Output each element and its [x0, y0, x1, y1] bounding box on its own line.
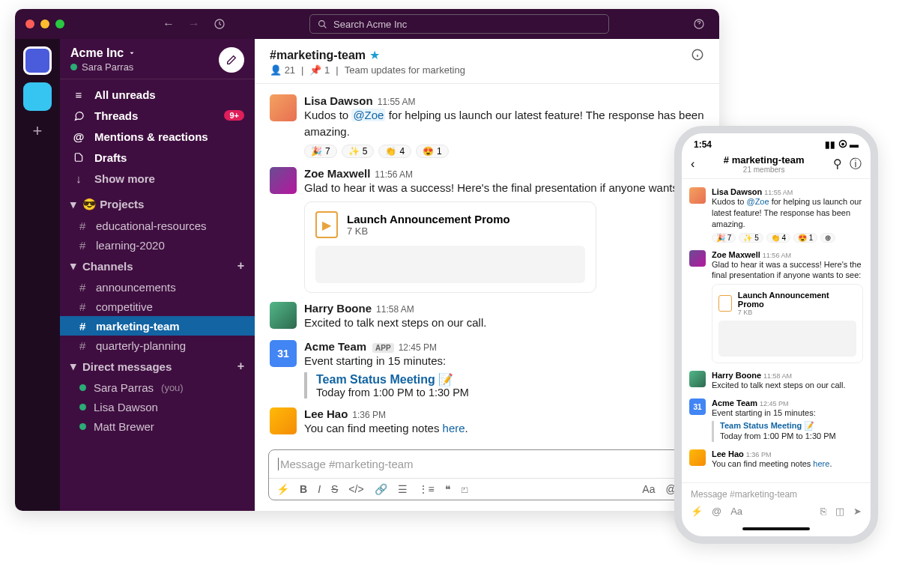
link[interactable]: here: [443, 422, 465, 434]
avatar[interactable]: [689, 250, 706, 267]
shortcuts-icon[interactable]: ⚡: [691, 506, 703, 517]
mobile-channel-title[interactable]: # marketing-team: [724, 154, 805, 166]
message[interactable]: Lisa Dawson11:55 AM Kudos to @Zoe for he…: [270, 90, 716, 163]
channel-meta[interactable]: 👤 21 | 📌 1 | Team updates for marketing: [270, 64, 465, 76]
dm-lisa-dawson[interactable]: Lisa Dawson: [60, 397, 255, 416]
nav-forward-button[interactable]: →: [184, 14, 204, 34]
channel-quarterly-planning[interactable]: #quarterly-planning: [60, 336, 255, 355]
message[interactable]: Harry Boone 11:58 AM Excited to talk nex…: [689, 367, 863, 395]
calendar-icon[interactable]: 31: [270, 340, 297, 367]
reaction[interactable]: 👏4: [378, 145, 411, 158]
back-button[interactable]: ‹: [691, 157, 694, 171]
message-composer[interactable]: Message #marketing-team ⚡ B I S </> 🔗 ☰ …: [268, 449, 706, 500]
format-button[interactable]: Aa: [730, 506, 742, 517]
avatar[interactable]: [689, 371, 706, 387]
workspace-name[interactable]: Acme Inc: [70, 46, 136, 60]
ordered-list-button[interactable]: ☰: [398, 483, 408, 495]
channel-details-button[interactable]: [691, 48, 704, 61]
nav-drafts[interactable]: Drafts: [60, 147, 255, 168]
nav-threads[interactable]: Threads9+: [60, 105, 255, 126]
add-reaction-button[interactable]: ⊕: [820, 233, 835, 243]
reaction[interactable]: 🎉 7: [712, 233, 736, 243]
avatar[interactable]: [689, 449, 706, 466]
message[interactable]: 31 Acme Team 12:45 PM Event starting in …: [689, 395, 863, 446]
reaction[interactable]: ✨5: [342, 145, 375, 158]
reaction[interactable]: 🎉7: [304, 145, 337, 158]
message[interactable]: Lee Hao 1:36 PM You can find meeting not…: [689, 446, 863, 473]
channel-educational-resources[interactable]: #educational-resources: [60, 216, 255, 235]
maximize-window-button[interactable]: [55, 19, 64, 28]
attach-button[interactable]: ⎘: [820, 506, 826, 517]
mention[interactable]: @Zoe: [351, 109, 385, 121]
message[interactable]: Lee Hao1:36 PM You can find meeting note…: [270, 403, 716, 441]
reaction[interactable]: ✨ 5: [739, 233, 763, 243]
close-window-button[interactable]: [25, 19, 34, 28]
channel-competitive[interactable]: #competitive: [60, 297, 255, 316]
message[interactable]: Zoe Maxwell 11:56 AM Glad to hear it was…: [689, 246, 863, 368]
channel-title[interactable]: #marketing-team: [270, 49, 366, 61]
avatar[interactable]: [270, 167, 297, 194]
file-attachment[interactable]: Launch Announcement Promo7 KB: [712, 284, 863, 363]
file-attachment[interactable]: ▶ Launch Announcement Promo7 KB: [304, 201, 596, 293]
avatar[interactable]: [270, 302, 297, 329]
section-projects[interactable]: ▾ 😎 Projects: [60, 193, 255, 216]
add-channel-button[interactable]: +: [237, 259, 244, 273]
workspace-switcher-active[interactable]: [23, 46, 52, 75]
mobile-composer-input[interactable]: Message #marketing-team: [691, 489, 862, 500]
workspace-switcher-item[interactable]: [23, 82, 52, 111]
avatar[interactable]: [270, 94, 297, 121]
reaction[interactable]: 😍1: [416, 145, 449, 158]
event-attachment[interactable]: Team Status Meeting 📝 Today from 1:00 PM…: [304, 372, 716, 398]
message[interactable]: Lisa Dawson 11:55 AM Kudos to @Zoe for h…: [689, 184, 863, 246]
mobile-composer[interactable]: Message #marketing-team ⚡ @ Aa ⎘ ◫ ➤: [682, 482, 871, 523]
strike-button[interactable]: S: [331, 483, 338, 495]
user-presence[interactable]: Sara Parras: [70, 61, 136, 73]
send-button[interactable]: ➤: [853, 506, 862, 517]
mention-button[interactable]: @: [712, 506, 721, 517]
dm-sara-parras[interactable]: Sara Parras (you): [60, 378, 255, 397]
message[interactable]: Harry Boone11:58 AM Excited to talk next…: [270, 297, 716, 336]
nav-back-button[interactable]: ←: [159, 14, 178, 34]
search-input[interactable]: Search Acme Inc: [309, 14, 609, 34]
search-icon[interactable]: ⚲: [833, 157, 842, 172]
composer-input[interactable]: Message #marketing-team: [269, 450, 705, 478]
bullet-list-button[interactable]: ⋮≡: [418, 483, 435, 495]
nav-all-unreads[interactable]: ≡All unreads: [60, 84, 255, 105]
star-icon[interactable]: ★: [369, 49, 380, 61]
message[interactable]: 31 Acme TeamAPP12:45 PM Event starting i…: [270, 336, 716, 403]
code-button[interactable]: </>: [348, 483, 363, 495]
drafts-icon: [73, 152, 84, 163]
italic-button[interactable]: I: [318, 483, 321, 495]
info-icon[interactable]: ⓘ: [850, 157, 862, 172]
camera-button[interactable]: ◫: [835, 506, 844, 517]
calendar-icon[interactable]: 31: [689, 398, 706, 415]
dm-matt-brewer[interactable]: Matt Brewer: [60, 416, 255, 436]
channel-announcements[interactable]: #announcements: [60, 277, 255, 297]
nav-mentions[interactable]: @Mentions & reactions: [60, 126, 255, 147]
reaction[interactable]: 👏 4: [766, 233, 790, 243]
link-button[interactable]: 🔗: [375, 483, 387, 495]
home-indicator[interactable]: [742, 527, 810, 530]
section-direct-messages[interactable]: ▾ Direct messages+: [60, 355, 255, 378]
add-workspace-button[interactable]: +: [33, 121, 43, 141]
codeblock-button[interactable]: ⏍: [461, 483, 467, 495]
compose-button[interactable]: [219, 47, 244, 73]
message[interactable]: Zoe Maxwell11:56 AM Glad to hear it was …: [270, 163, 716, 298]
avatar[interactable]: [270, 407, 297, 434]
compose-icon: [226, 54, 237, 66]
help-icon[interactable]: [689, 14, 709, 34]
section-channels[interactable]: ▾ Channels+: [60, 255, 255, 277]
format-button[interactable]: Aa: [642, 483, 655, 495]
channel-learning-2020[interactable]: #learning-2020: [60, 235, 255, 255]
search-icon: [318, 19, 327, 29]
channel-marketing-team[interactable]: #marketing-team: [60, 316, 255, 336]
blockquote-button[interactable]: ❝: [445, 483, 451, 495]
nav-show-more[interactable]: ↓Show more: [60, 168, 255, 189]
add-dm-button[interactable]: +: [237, 360, 244, 373]
bold-button[interactable]: B: [300, 483, 307, 495]
shortcuts-icon[interactable]: ⚡: [276, 483, 289, 495]
minimize-window-button[interactable]: [40, 19, 49, 28]
history-icon[interactable]: [210, 14, 229, 34]
avatar[interactable]: [689, 187, 706, 204]
reaction[interactable]: 😍 1: [793, 233, 817, 243]
